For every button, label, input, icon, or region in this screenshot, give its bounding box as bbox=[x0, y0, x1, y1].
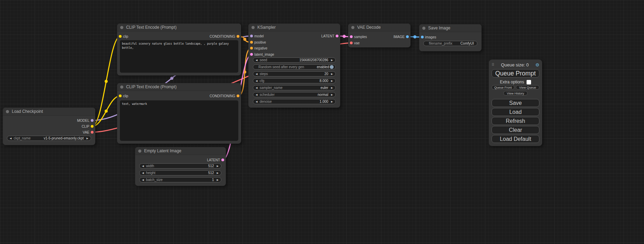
node-title-bar[interactable]: Save Image bbox=[419, 24, 482, 32]
denoise-widget[interactable]: ◀ denoise 1.000 ▶ bbox=[253, 99, 336, 104]
collapse-dot-icon[interactable] bbox=[422, 27, 425, 30]
decrement-arrow-icon[interactable]: ◀ bbox=[256, 87, 257, 89]
sampler-name-widget[interactable]: ◀ sampler_name euler ▶ bbox=[253, 85, 336, 90]
link-midpoint-dot[interactable] bbox=[413, 35, 416, 38]
collapse-dot-icon[interactable] bbox=[252, 26, 255, 29]
clip-input-port[interactable] bbox=[119, 35, 122, 38]
decrement-arrow-icon[interactable]: ◀ bbox=[142, 172, 144, 174]
view-history-button[interactable]: View History bbox=[503, 91, 528, 96]
collapse-dot-icon[interactable] bbox=[120, 26, 123, 29]
prompt-textarea[interactable]: beautiful scenery nature glass bottle la… bbox=[120, 40, 238, 73]
graph-canvas[interactable]: Load Checkpoint MODEL CLIP VAE ◀ ckpt_na… bbox=[0, 0, 644, 244]
collapse-dot-icon[interactable] bbox=[120, 85, 123, 89]
load-default-button[interactable]: Load Default bbox=[492, 135, 539, 143]
node-title-bar[interactable]: Empty Latent Image bbox=[135, 147, 226, 155]
link-midpoint-dot[interactable] bbox=[243, 38, 246, 41]
latent-output-port[interactable] bbox=[221, 159, 224, 161]
widget-value: ComfyUI bbox=[460, 42, 474, 45]
node-load-checkpoint[interactable]: Load Checkpoint MODEL CLIP VAE ◀ ckpt_na… bbox=[3, 108, 95, 145]
height-widget[interactable]: ◀ height 512 ▶ bbox=[139, 170, 221, 175]
samples-input-port[interactable] bbox=[350, 35, 353, 38]
widget-value: 20 bbox=[324, 72, 328, 76]
link-midpoint-dot[interactable] bbox=[105, 110, 108, 113]
collapse-dot-icon[interactable] bbox=[351, 26, 354, 29]
extra-options-checkbox[interactable] bbox=[527, 80, 531, 84]
decrement-arrow-icon[interactable]: ◀ bbox=[142, 179, 144, 181]
save-button[interactable]: Save bbox=[492, 99, 539, 107]
queue-front-button[interactable]: Queue Front bbox=[492, 85, 514, 90]
width-widget[interactable]: ◀ width 512 ▶ bbox=[139, 163, 221, 169]
widget-value: 512 bbox=[208, 171, 214, 175]
node-title-bar[interactable]: CLIP Text Encode (Prompt) bbox=[117, 24, 241, 31]
increment-arrow-icon[interactable]: ▶ bbox=[331, 80, 333, 82]
seed-widget[interactable]: ◀ seed 156680208700286 ▶ bbox=[253, 57, 336, 63]
collapse-dot-icon[interactable] bbox=[6, 110, 9, 113]
output-label-row: CLIP bbox=[3, 124, 95, 129]
node-clip-text-encode-positive[interactable]: CLIP Text Encode (Prompt) clip CONDITION… bbox=[117, 24, 241, 75]
model-input-port[interactable] bbox=[250, 35, 253, 37]
clip-output-port[interactable] bbox=[91, 125, 94, 128]
link-midpoint-dot[interactable] bbox=[343, 35, 346, 38]
steps-widget[interactable]: ◀ steps 20 ▶ bbox=[253, 71, 336, 76]
conditioning-output-port[interactable] bbox=[237, 94, 239, 97]
increment-arrow-icon[interactable]: ▶ bbox=[331, 73, 333, 75]
latent-output-port[interactable] bbox=[336, 35, 338, 37]
decrement-arrow-icon[interactable]: ◀ bbox=[256, 80, 257, 82]
link-midpoint-dot[interactable] bbox=[170, 77, 174, 80]
negative-input-port[interactable] bbox=[250, 47, 253, 49]
node-save-image[interactable]: Save Image images filename_prefix ComfyU… bbox=[419, 24, 482, 51]
increment-arrow-icon[interactable]: ▶ bbox=[331, 87, 333, 89]
image-output-port[interactable] bbox=[406, 35, 409, 38]
increment-arrow-icon[interactable]: ▶ bbox=[217, 172, 219, 174]
node-title-bar[interactable]: CLIP Text Encode (Prompt) bbox=[117, 83, 241, 91]
decrement-arrow-icon[interactable]: ◀ bbox=[256, 100, 257, 103]
decrement-arrow-icon[interactable]: ◀ bbox=[256, 59, 257, 61]
settings-gear-icon[interactable]: ⚙ bbox=[535, 63, 539, 67]
widget-label: denoise bbox=[259, 100, 272, 103]
scheduler-widget[interactable]: ◀ scheduler normal ▶ bbox=[253, 92, 336, 97]
batch-size-widget[interactable]: ◀ batch_size 1 ▶ bbox=[139, 177, 221, 182]
drag-handle-icon[interactable]: ⠿ bbox=[492, 63, 494, 67]
node-title: CLIP Text Encode (Prompt) bbox=[126, 84, 177, 89]
widget-label: batch_size bbox=[146, 178, 162, 182]
filename-prefix-widget[interactable]: filename_prefix ComfyUI bbox=[423, 41, 477, 46]
view-queue-button[interactable]: View Queue bbox=[516, 85, 539, 90]
positive-input-port[interactable] bbox=[250, 41, 253, 44]
random-seed-toggle-widget[interactable]: Random seed after every gen enabled bbox=[253, 64, 336, 70]
increment-arrow-icon[interactable]: ▶ bbox=[331, 100, 333, 103]
toggle-on-indicator[interactable] bbox=[330, 65, 334, 69]
node-vae-decode[interactable]: VAE Decode samples vae IMAGE bbox=[348, 24, 411, 47]
ckpt-name-widget[interactable]: ◀ ckpt_name v1-5-pruned-emaonly.ckpt ▶ bbox=[7, 136, 91, 141]
collapse-dot-icon[interactable] bbox=[138, 150, 141, 153]
increment-arrow-icon[interactable]: ▶ bbox=[331, 59, 333, 61]
prompt-textarea[interactable]: text, watermark bbox=[120, 100, 238, 141]
node-title-bar[interactable]: VAE Decode bbox=[348, 24, 411, 31]
vae-output-port[interactable] bbox=[91, 131, 94, 134]
refresh-button[interactable]: Refresh bbox=[492, 117, 539, 125]
node-empty-latent-image[interactable]: Empty Latent Image LATENT ◀ width 512 ▶ … bbox=[135, 147, 226, 186]
images-input-port[interactable] bbox=[421, 36, 424, 38]
clip-input-port[interactable] bbox=[119, 94, 122, 97]
increment-arrow-icon[interactable]: ▶ bbox=[217, 179, 219, 181]
decrement-arrow-icon[interactable]: ◀ bbox=[256, 93, 257, 96]
widget-value: enabled bbox=[317, 65, 329, 69]
decrement-arrow-icon[interactable]: ◀ bbox=[142, 165, 144, 167]
node-title-bar[interactable]: Load Checkpoint bbox=[3, 108, 95, 116]
vae-input-port[interactable] bbox=[350, 42, 353, 44]
queue-prompt-button[interactable]: Queue Prompt bbox=[492, 69, 539, 78]
link-midpoint-dot[interactable] bbox=[105, 80, 108, 83]
decrement-arrow-icon[interactable]: ◀ bbox=[10, 137, 11, 139]
load-button[interactable]: Load bbox=[492, 108, 539, 116]
node-clip-text-encode-negative[interactable]: CLIP Text Encode (Prompt) clip CONDITION… bbox=[117, 83, 241, 144]
conditioning-output-port[interactable] bbox=[237, 35, 239, 38]
cfg-widget[interactable]: ◀ cfg 8.000 ▶ bbox=[253, 78, 336, 83]
latent-image-input-port[interactable] bbox=[250, 53, 253, 56]
model-output-port[interactable] bbox=[91, 119, 94, 122]
node-ksampler[interactable]: KSampler model positive negative latent_… bbox=[248, 24, 340, 108]
increment-arrow-icon[interactable]: ▶ bbox=[87, 137, 88, 139]
decrement-arrow-icon[interactable]: ◀ bbox=[256, 73, 257, 75]
node-title-bar[interactable]: KSampler bbox=[248, 24, 340, 31]
increment-arrow-icon[interactable]: ▶ bbox=[331, 93, 333, 96]
increment-arrow-icon[interactable]: ▶ bbox=[217, 165, 219, 167]
clear-button[interactable]: Clear bbox=[492, 126, 539, 134]
